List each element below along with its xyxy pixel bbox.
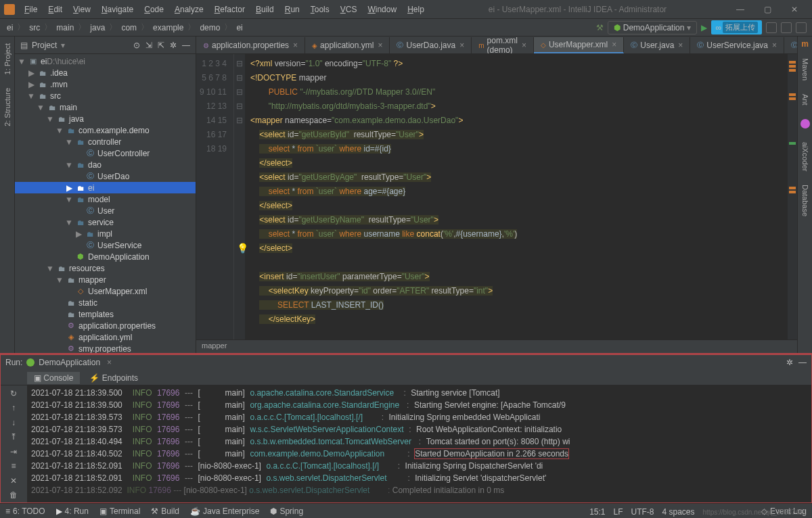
tree-row[interactable]: ▼🖿controller [15,136,196,147]
minimize-button[interactable]: — [727,5,754,14]
fold-gutter[interactable]: ⊟ ⊟ ⊟ ⊟ ⊟ [234,54,245,339]
run-rail-button[interactable]: ≡ [7,461,20,472]
console-output[interactable]: 2021-07-18 21:18:39.500 INFO 17696 --- [… [27,385,812,503]
tree-row[interactable]: ⒸUserController [15,147,196,159]
right-tab[interactable]: Ant [800,90,811,110]
tree-row[interactable]: ▶🖿.idea [15,67,196,78]
tree-row[interactable]: ▼🖿main [15,101,196,113]
breadcrumb-item[interactable]: example [152,23,185,32]
breadcrumb-item[interactable]: ei [235,23,244,32]
editor-breadcrumb[interactable]: mapper [196,339,797,353]
breadcrumb-item[interactable]: main [55,23,75,32]
indent[interactable]: 4 spaces [662,507,695,517]
tree-row[interactable]: ⒸUser [15,205,196,216]
tree-row[interactable]: ⚙smy.properties [15,343,196,353]
console-tab[interactable]: ▣ Console [27,372,80,384]
tree-row[interactable]: ⚙application.properties [15,320,196,331]
right-tab[interactable]: Maven [800,54,811,85]
tree-row[interactable]: ▼🖿dao [15,159,196,170]
menu-refactor[interactable]: Refactor [210,3,249,16]
editor-tab[interactable]: ⒸUserDao.java× [390,37,472,53]
console-tab[interactable]: ⚡ Endpoints [83,372,145,384]
java-ee-button[interactable]: ☕ Java Enterprise [190,507,259,516]
toolbar-button-1[interactable] [766,22,777,33]
collapse-all-icon[interactable]: ⇱ [158,41,164,50]
close-button[interactable]: ✕ [781,5,808,14]
editor-tab[interactable]: ⚙application.properties× [196,37,305,53]
expand-all-icon[interactable]: ⇲ [145,41,152,50]
run-rail-button[interactable]: ↑ [7,403,20,414]
menu-file[interactable]: File [20,3,41,16]
editor-body[interactable]: 1 2 3 4 5 6 7 8 9 10 11 12 13 14 15 16 1… [196,54,797,339]
menu-help[interactable]: Help [403,3,428,16]
select-opened-icon[interactable]: ⊙ [133,41,140,50]
run-settings-icon[interactable]: ✲ [786,358,793,367]
breadcrumb-item[interactable]: com [120,23,138,32]
run-rail-button[interactable]: 🗑︎ [7,490,20,501]
tree-row[interactable]: ▼🖿model [15,193,196,205]
menu-tools[interactable]: Tools [307,3,334,16]
run-icon[interactable]: ▶ [701,23,707,32]
terminal-button[interactable]: ▣ Terminal [99,507,140,516]
tree-row[interactable]: 🖿static [15,297,196,308]
tree-row[interactable]: ▶🖿.mvn [15,78,196,90]
editor-tab[interactable]: ⒸUser [784,37,797,53]
tree-row[interactable]: ⒸUserDao [15,170,196,182]
line-ending[interactable]: LF [613,507,623,517]
breadcrumb-item[interactable]: ei [5,23,14,32]
editor-tab[interactable]: ◈application.yml× [305,37,390,53]
tree-row[interactable]: ⒸUserService [15,239,196,251]
menu-run[interactable]: Run [281,3,304,16]
menu-window[interactable]: Window [363,3,401,16]
breadcrumb-item[interactable]: java [89,23,106,32]
menu-navigate[interactable]: Navigate [97,3,137,16]
run-rail-button[interactable]: ↻ [7,388,20,399]
maximize-button[interactable]: ▢ [754,5,781,14]
left-tab[interactable]: 1: Project [2,39,13,78]
tree-row[interactable]: ◇UserMapper.xml [15,285,196,297]
run-config-selector[interactable]: ⬢ DemoApplication ▾ [608,21,698,34]
editor-tab[interactable]: mpom.xml (demo)× [472,37,534,53]
run-rail-button[interactable]: ⇥ [7,446,20,457]
tree-row[interactable]: ▼🖿service [15,216,196,228]
tree-row[interactable]: ▶🖿ei [15,182,196,193]
run-rail-button[interactable]: ⤒ [7,432,20,443]
menu-view[interactable]: View [69,3,95,16]
tree-row[interactable]: ▼🖿resources [15,262,196,274]
run-rail-button[interactable]: ✕ [7,475,20,486]
build-icon[interactable]: ⚒ [596,23,604,32]
marker-bar[interactable] [788,54,797,339]
menu-vcs[interactable]: VCS [336,3,361,16]
tree-row[interactable]: ▶🖿impl [15,228,196,239]
tree-row[interactable]: ▼🖿src [15,90,196,101]
tree-row[interactable]: ▼▣ei D:\huice\ei [15,55,196,67]
run-rail-button[interactable]: ↓ [7,417,20,428]
editor-tab[interactable]: ◇UserMapper.xml× [534,37,624,53]
tree-row[interactable]: ⬢DemoApplication [15,251,196,262]
close-run-tab-icon[interactable]: × [107,358,112,367]
tree-row[interactable]: ◈application.yml [15,331,196,343]
tree-row[interactable]: ▼🖿com.example.demo [15,124,196,136]
run-minimize-icon[interactable]: — [798,358,807,367]
right-tab[interactable]: Database [800,181,811,220]
code-area[interactable]: <?xml version="1.0" encoding="UTF-8" ?> … [245,54,788,339]
menu-build[interactable]: Build [252,3,278,16]
toolbar-button-3[interactable] [796,22,807,33]
breadcrumb-item[interactable]: src [28,23,41,32]
tree-row[interactable]: 🖿templates [15,308,196,320]
encoding[interactable]: UTF-8 [631,507,654,517]
run-button[interactable]: ▶ 4: Run [56,507,89,516]
settings-icon[interactable]: ✲ [170,41,177,50]
spring-button[interactable]: ⬢ Spring [270,507,303,516]
right-tab[interactable]: aiXcoder [800,138,811,175]
caret-position[interactable]: 15:1 [589,507,605,517]
project-tree[interactable]: ▼▣ei D:\huice\ei▶🖿.idea▶🖿.mvn▼🖿src▼🖿main… [15,54,196,353]
editor-tab[interactable]: ⒸUser.java× [624,37,690,53]
toolbar-button-2[interactable] [781,22,792,33]
breadcrumb-item[interactable]: demo [198,23,221,32]
menu-analyze[interactable]: Analyze [171,3,208,16]
tree-row[interactable]: ▼🖿java [15,113,196,124]
build-button[interactable]: ⚒ Build [151,507,179,516]
menu-edit[interactable]: Edit [44,3,66,16]
editor-tab[interactable]: ⒸUserService.java× [690,37,784,53]
